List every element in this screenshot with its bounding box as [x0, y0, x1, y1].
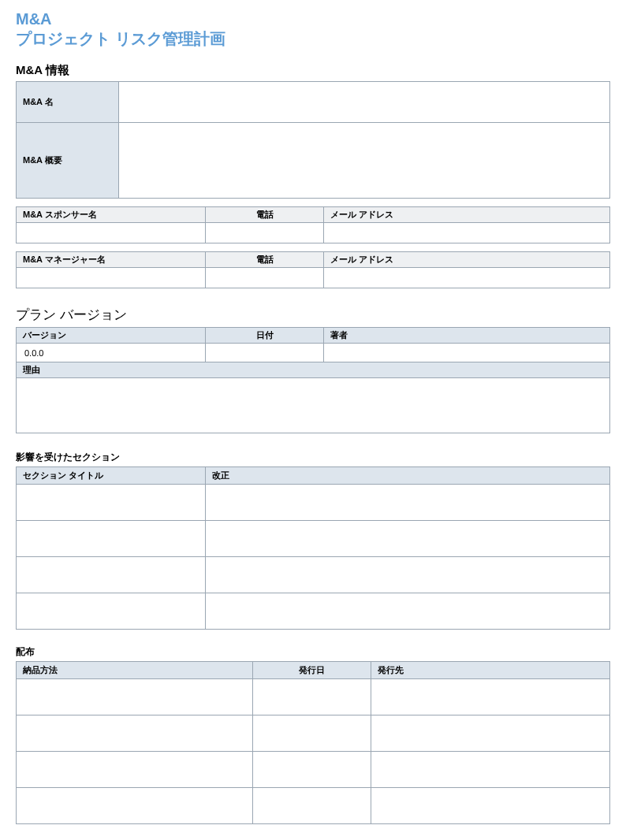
doc-title-line1: M&A — [16, 9, 610, 28]
version-value[interactable]: 0.0.0 — [17, 344, 206, 362]
affected-rev-cell[interactable] — [206, 485, 610, 521]
info-table: M&A 名 M&A 概要 — [16, 81, 610, 199]
sponsor-name-value[interactable] — [17, 223, 206, 243]
manager-phone-value[interactable] — [206, 268, 324, 288]
manager-email-header: メール アドレス — [324, 252, 610, 268]
affected-rev-cell[interactable] — [206, 593, 610, 630]
sponsor-phone-value[interactable] — [206, 223, 324, 243]
manager-name-value[interactable] — [17, 268, 206, 288]
dist-date-cell[interactable] — [253, 679, 371, 715]
dist-table: 納品方法 発行日 発行先 — [16, 661, 610, 824]
table-row — [17, 752, 610, 788]
sponsor-email-header: メール アドレス — [324, 207, 610, 223]
dist-to-cell[interactable] — [371, 715, 610, 752]
info-overview-label: M&A 概要 — [17, 123, 119, 199]
affected-rev-cell[interactable] — [206, 521, 610, 557]
manager-phone-header: 電話 — [206, 252, 324, 268]
table-row — [17, 593, 610, 630]
table-row — [17, 557, 610, 593]
sponsor-table: M&A スポンサー名 電話 メール アドレス — [16, 206, 610, 243]
affected-heading: 影響を受けたセクション — [16, 451, 610, 464]
version-header: バージョン — [17, 328, 206, 344]
info-name-label: M&A 名 — [17, 82, 119, 123]
version-heading: プラン バージョン — [16, 306, 610, 324]
reason-value[interactable] — [17, 378, 610, 433]
dist-method-header: 納品方法 — [17, 662, 253, 679]
version-table: バージョン 日付 著者 0.0.0 理由 — [16, 327, 610, 433]
dist-to-cell[interactable] — [371, 679, 610, 715]
sponsor-email-value[interactable] — [324, 223, 610, 243]
affected-title-cell[interactable] — [17, 485, 206, 521]
version-author-value[interactable] — [324, 344, 610, 362]
dist-method-cell[interactable] — [17, 715, 253, 752]
dist-date-cell[interactable] — [253, 752, 371, 788]
table-row — [17, 679, 610, 715]
dist-method-cell[interactable] — [17, 752, 253, 788]
sponsor-phone-header: 電話 — [206, 207, 324, 223]
affected-table: セクション タイトル 改正 — [16, 466, 610, 630]
dist-heading: 配布 — [16, 645, 610, 659]
dist-date-header: 発行日 — [253, 662, 371, 679]
info-heading: M&A 情報 — [16, 63, 610, 78]
table-row — [17, 715, 610, 752]
dist-method-cell[interactable] — [17, 788, 253, 824]
manager-email-value[interactable] — [324, 268, 610, 288]
affected-rev-header: 改正 — [206, 467, 610, 485]
reason-header: 理由 — [17, 362, 610, 378]
affected-rev-cell[interactable] — [206, 557, 610, 593]
dist-date-cell[interactable] — [253, 715, 371, 752]
table-row — [17, 485, 610, 521]
table-row — [17, 788, 610, 824]
dist-date-cell[interactable] — [253, 788, 371, 824]
affected-title-cell[interactable] — [17, 521, 206, 557]
version-date-header: 日付 — [206, 328, 324, 344]
dist-to-cell[interactable] — [371, 788, 610, 824]
affected-title-cell[interactable] — [17, 593, 206, 630]
sponsor-name-header: M&A スポンサー名 — [17, 207, 206, 223]
version-author-header: 著者 — [324, 328, 610, 344]
dist-to-header: 発行先 — [371, 662, 610, 679]
version-date-value[interactable] — [206, 344, 324, 362]
manager-name-header: M&A マネージャー名 — [17, 252, 206, 268]
info-overview-value[interactable] — [119, 123, 610, 199]
info-name-value[interactable] — [119, 82, 610, 123]
affected-title-header: セクション タイトル — [17, 467, 206, 485]
affected-title-cell[interactable] — [17, 557, 206, 593]
doc-title-line2: プロジェクト リスク管理計画 — [16, 28, 610, 49]
dist-to-cell[interactable] — [371, 752, 610, 788]
table-row — [17, 521, 610, 557]
dist-method-cell[interactable] — [17, 679, 253, 715]
manager-table: M&A マネージャー名 電話 メール アドレス — [16, 251, 610, 288]
